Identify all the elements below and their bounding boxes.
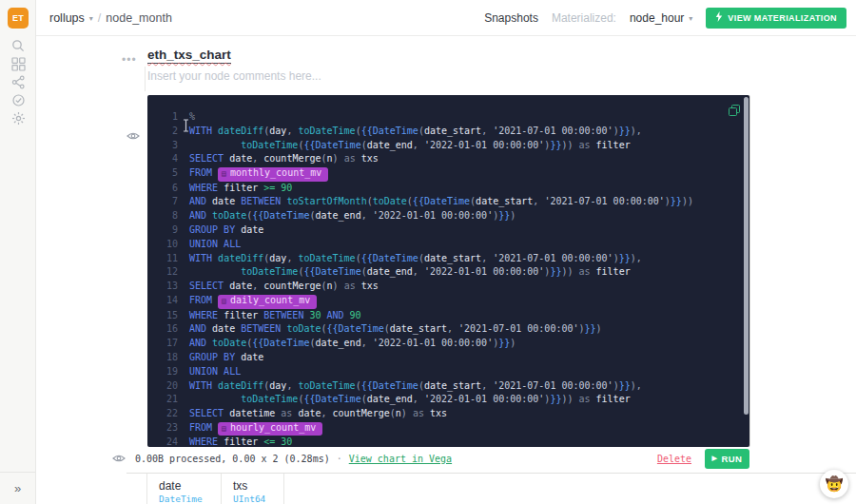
- results-column-date[interactable]: date DateTime: [147, 474, 222, 504]
- line-number: 15: [147, 309, 178, 323]
- code-lines: 1%2WITH dateDiff(day, toDateTime({{DateT…: [147, 110, 749, 447]
- code-line[interactable]: 9GROUP BY date: [147, 223, 749, 238]
- sidebar-expand-button[interactable]: »: [0, 472, 35, 504]
- code-line[interactable]: 12 toDateTime({{DateTime(date_end, '2022…: [147, 265, 749, 280]
- line-number: 16: [147, 322, 178, 337]
- code-line[interactable]: 10UNION ALL: [147, 238, 749, 252]
- line-number: 1: [147, 110, 178, 125]
- settings-gear-icon[interactable]: [11, 111, 26, 126]
- play-icon: ▶: [712, 455, 718, 462]
- help-emoji-button[interactable]: 🤠: [820, 470, 848, 498]
- datasource-pill[interactable]: ▤hourly_count_mv: [218, 422, 322, 436]
- code-line[interactable]: 11WITH dateDiff(day, toDateTime({{DateTi…: [147, 252, 749, 266]
- line-number: 22: [147, 407, 178, 421]
- bolt-icon: [715, 11, 723, 24]
- code-line[interactable]: 21 toDateTime({{DateTime(date_end, '2022…: [147, 393, 749, 407]
- app-root: ET » rollups ▾ / node_month: [0, 0, 856, 504]
- code-line[interactable]: 7AND date BETWEEN toStartOfMonth(toDate(…: [147, 195, 749, 209]
- datasource-pill[interactable]: ▤monthly_count_mv: [218, 167, 328, 182]
- code-line[interactable]: 5FROM ▤monthly_count_mv: [147, 166, 749, 182]
- code-line[interactable]: 16AND date BETWEEN toDate({{DateTime(dat…: [147, 322, 749, 337]
- line-number: 17: [147, 337, 178, 351]
- code-line[interactable]: 6WHERE filter >= 90: [147, 182, 749, 196]
- code-line[interactable]: 18GROUP BY date: [147, 351, 749, 365]
- sidebar: ET »: [0, 0, 36, 504]
- view-materialization-label: VIEW MATERIALIZATION: [728, 13, 837, 23]
- line-number: 6: [147, 182, 178, 196]
- line-number: 3: [147, 139, 178, 153]
- run-label: RUN: [721, 454, 742, 464]
- topbar-actions: Snapshots Materialized: node_hour ▾ VIEW…: [484, 8, 856, 29]
- line-number: 4: [147, 152, 178, 166]
- code-line[interactable]: 8AND toDate({{DateTime(date_end, '2022-0…: [147, 209, 749, 223]
- eye-icon[interactable]: [126, 127, 140, 145]
- column-name: date: [159, 479, 221, 493]
- topbar: rollups ▾ / node_month Snapshots Materia…: [36, 0, 856, 36]
- code-line[interactable]: 24WHERE filter <= 30: [147, 436, 749, 447]
- line-number: 9: [147, 223, 178, 238]
- line-number: 23: [147, 421, 178, 436]
- code-line[interactable]: 3 toDateTime({{DateTime(date_end, '2022-…: [147, 139, 749, 153]
- node-options-menu[interactable]: •••: [122, 53, 137, 67]
- editor-scrollbar-thumb[interactable]: [744, 97, 749, 415]
- line-number: 8: [147, 209, 178, 223]
- line-number: 10: [147, 238, 178, 252]
- copy-code-icon[interactable]: [729, 103, 740, 120]
- line-number: 13: [147, 280, 178, 294]
- breadcrumb-separator: /: [98, 11, 101, 25]
- results-row-gutter: [126, 474, 147, 504]
- datasources-icon[interactable]: [11, 57, 26, 71]
- datasource-icon: ▤: [222, 424, 226, 433]
- code-line[interactable]: 23FROM ▤hourly_count_mv: [147, 421, 749, 436]
- view-chart-vega-link[interactable]: View chart in Vega: [349, 454, 452, 464]
- breadcrumb-workspace[interactable]: rollups: [49, 11, 85, 25]
- run-button[interactable]: ▶ RUN: [705, 449, 749, 469]
- code-line[interactable]: 4SELECT date, countMerge(n) as txs: [147, 152, 749, 166]
- materialized-dropdown[interactable]: node_hour ▾: [630, 11, 692, 25]
- datasource-pill[interactable]: ▤daily_count_mv: [218, 295, 317, 309]
- datasource-icon: ▤: [222, 169, 226, 178]
- code-line[interactable]: 2WITH dateDiff(day, toDateTime({{DateTim…: [147, 125, 749, 139]
- view-materialization-button[interactable]: VIEW MATERIALIZATION: [706, 8, 846, 29]
- line-number: 14: [147, 294, 178, 309]
- breadcrumb-node[interactable]: node_month: [106, 11, 172, 25]
- code-line[interactable]: 15WHERE filter BETWEEN 30 AND 90: [147, 309, 749, 323]
- line-number: 19: [147, 365, 178, 379]
- chevron-down-icon: ▾: [689, 14, 692, 23]
- node-comments-placeholder[interactable]: Insert your node comments here...: [147, 69, 321, 83]
- code-line[interactable]: 19UNION ALL: [147, 365, 749, 379]
- materialized-label: Materialized:: [552, 11, 616, 25]
- search-icon[interactable]: [11, 39, 26, 53]
- query-stats: 0.00B processed, 0.00 x 2 (0.28ms): [135, 454, 330, 464]
- line-number: 24: [147, 436, 178, 447]
- dot-separator: ·: [337, 454, 342, 464]
- code-line[interactable]: 14FROM ▤daily_count_mv: [147, 294, 749, 309]
- code-line[interactable]: 13SELECT date, countMerge(n) as txs: [147, 280, 749, 294]
- sql-editor[interactable]: 1%2WITH dateDiff(day, toDateTime({{DateT…: [147, 95, 749, 447]
- results-table: date DateTime txs UInt64: [126, 473, 856, 504]
- code-line[interactable]: 17AND toDate({{DateTime(date_end, '2022-…: [147, 337, 749, 351]
- line-number: 21: [147, 393, 178, 407]
- node-rail-line: [145, 67, 146, 91]
- line-number: 11: [147, 252, 178, 266]
- code-line[interactable]: 22SELECT datetime as date, countMerge(n)…: [147, 407, 749, 421]
- results-column-txs[interactable]: txs UInt64: [222, 474, 284, 504]
- delete-node-link[interactable]: Delete: [657, 454, 691, 464]
- snapshots-link[interactable]: Snapshots: [484, 11, 538, 25]
- node-title[interactable]: eth_txs_chart: [147, 48, 231, 64]
- line-number: 18: [147, 351, 178, 365]
- line-number: 12: [147, 265, 178, 280]
- column-name: txs: [233, 479, 283, 493]
- statusbar: 0.00B processed, 0.00 x 2 (0.28ms) · Vie…: [112, 447, 749, 470]
- column-type: UInt64: [233, 494, 283, 504]
- line-number: 2: [147, 125, 178, 139]
- pipes-icon[interactable]: [11, 75, 26, 89]
- workspace-logo[interactable]: ET: [8, 8, 29, 29]
- chevron-down-icon: ▾: [89, 14, 93, 23]
- column-type: DateTime: [159, 494, 221, 504]
- checks-icon[interactable]: [11, 93, 26, 107]
- datasource-icon: ▤: [222, 297, 226, 305]
- code-line[interactable]: 1%: [147, 110, 749, 125]
- eye-icon[interactable]: [112, 454, 126, 463]
- code-line[interactable]: 20WITH dateDiff(day, toDateTime({{DateTi…: [147, 379, 749, 394]
